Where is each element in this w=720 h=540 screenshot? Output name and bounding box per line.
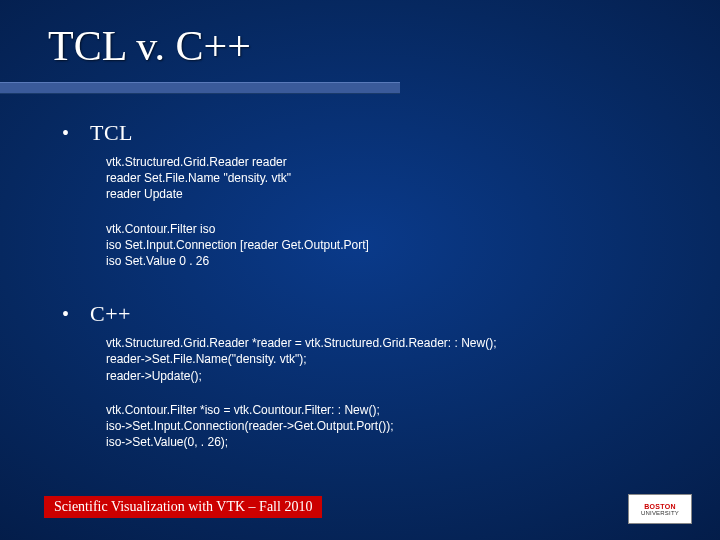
code-line: iso->Set.Value(0, . 26); bbox=[106, 434, 680, 450]
code-block-cpp-2: vtk.Contour.Filter *iso = vtk.Countour.F… bbox=[106, 402, 680, 451]
code-line: reader->Set.File.Name("density. vtk"); bbox=[106, 351, 680, 367]
code-line: vtk.Contour.Filter *iso = vtk.Countour.F… bbox=[106, 402, 680, 418]
code-block-tcl-1: vtk.Structured.Grid.Reader reader reader… bbox=[106, 154, 680, 203]
slide-body: • TCL vtk.Structured.Grid.Reader reader … bbox=[62, 120, 680, 468]
code-line: vtk.Structured.Grid.Reader reader bbox=[106, 154, 680, 170]
boston-university-logo: BOSTON UNIVERSITY bbox=[628, 494, 692, 524]
logo-text-bottom: UNIVERSITY bbox=[641, 510, 679, 516]
bullet-label: TCL bbox=[90, 120, 133, 146]
code-line: reader Set.File.Name "density. vtk" bbox=[106, 170, 680, 186]
code-line: reader->Update(); bbox=[106, 368, 680, 384]
code-line: iso->Set.Input.Connection(reader->Get.Ou… bbox=[106, 418, 680, 434]
code-line: vtk.Contour.Filter iso bbox=[106, 221, 680, 237]
logo-text-top: BOSTON bbox=[644, 503, 676, 510]
bullet-label: C++ bbox=[90, 301, 131, 327]
slide-title: TCL v. C++ bbox=[48, 22, 251, 70]
code-line: iso Set.Input.Connection [reader Get.Out… bbox=[106, 237, 680, 253]
code-block-tcl-2: vtk.Contour.Filter iso iso Set.Input.Con… bbox=[106, 221, 680, 270]
bullet-dot: • bbox=[62, 303, 90, 326]
bullet-tcl: • TCL bbox=[62, 120, 680, 146]
code-line: reader Update bbox=[106, 186, 680, 202]
code-line: iso Set.Value 0 . 26 bbox=[106, 253, 680, 269]
code-line: vtk.Structured.Grid.Reader *reader = vtk… bbox=[106, 335, 680, 351]
footer-bar: Scientific Visualization with VTK – Fall… bbox=[44, 496, 322, 518]
footer-text: Scientific Visualization with VTK – Fall… bbox=[54, 499, 312, 515]
bullet-dot: • bbox=[62, 122, 90, 145]
bullet-cpp: • C++ bbox=[62, 301, 680, 327]
code-block-cpp-1: vtk.Structured.Grid.Reader *reader = vtk… bbox=[106, 335, 680, 384]
title-underline-bar bbox=[0, 82, 400, 94]
